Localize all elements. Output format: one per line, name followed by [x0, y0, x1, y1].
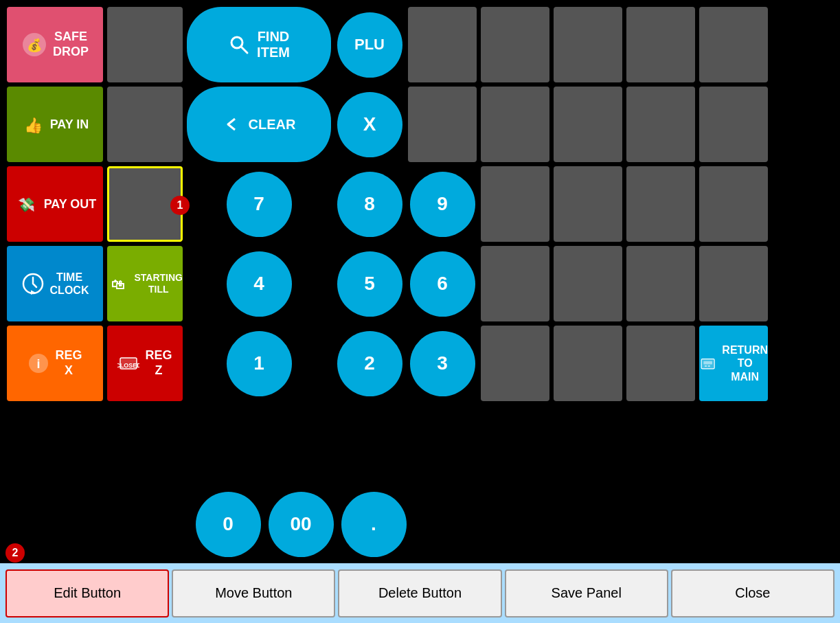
badge-2: 2 [5, 543, 25, 563]
empty-cell-r4c8 [626, 246, 695, 321]
num7-button[interactable]: 7 [227, 172, 292, 237]
starting-till-button[interactable]: 🛍 STARTING TILL [107, 246, 183, 321]
cash-hand-icon: 💸 [14, 192, 38, 216]
empty-cell-r1c5 [408, 7, 477, 82]
empty-cell-r2c5 [408, 87, 477, 162]
empty-cell-r1c9 [699, 7, 768, 82]
empty-cell-1-2 [107, 7, 183, 82]
empty-cell-2-2 [107, 87, 183, 162]
x-button[interactable]: X [337, 92, 402, 157]
find-item-button[interactable]: FIND ITEM [187, 7, 331, 82]
search-icon [228, 34, 250, 56]
num8-wrap: 8 [335, 166, 404, 242]
badge-1: 1 [170, 196, 190, 215]
register-icon [699, 352, 716, 374]
pay-in-button[interactable]: 👍 PAY IN [7, 87, 103, 162]
delete-button-toolbar[interactable]: Delete Button [338, 569, 501, 618]
num9-wrap: 9 [408, 166, 477, 242]
move-button-toolbar[interactable]: Move Button [172, 569, 335, 618]
svg-text:💰: 💰 [27, 38, 43, 53]
num8-button[interactable]: 8 [337, 172, 402, 237]
svg-text:▶: ▶ [31, 289, 36, 295]
num6-button[interactable]: 6 [410, 251, 475, 317]
num2-button[interactable]: 2 [337, 331, 402, 396]
plu-wrap: PLU [335, 7, 404, 82]
num7-wrap: 7 [187, 166, 331, 242]
num3-button[interactable]: 3 [410, 331, 475, 396]
return-to-main-button[interactable]: RETURN TO MAIN [699, 326, 768, 401]
num1-button[interactable]: 1 [227, 331, 292, 396]
svg-text:💸: 💸 [17, 196, 34, 213]
svg-text:CLOSED: CLOSED [117, 362, 139, 369]
empty-cell-r2c7 [554, 87, 622, 162]
main-panel: 💰 SAFE DROP FIND ITEM PLU 👍 PAY IN CL [0, 0, 840, 408]
plu-button[interactable]: PLU [337, 12, 402, 78]
empty-cell-r1c6 [481, 7, 549, 82]
x-wrap: X [335, 87, 404, 162]
empty-cell-r1c7 [554, 7, 622, 82]
empty-cell-r1c8 [626, 7, 695, 82]
save-panel-toolbar[interactable]: Save Panel [505, 569, 668, 618]
empty-cell-r5c7 [554, 326, 622, 401]
thumb-up-icon: 👍 [21, 113, 45, 136]
bag-icon: 🛍 [107, 273, 128, 295]
num6-wrap: 6 [408, 246, 477, 321]
num-dot-wrap: . [339, 490, 408, 558]
empty-cell-r2c8 [626, 87, 695, 162]
empty-cell-r3c7 [554, 166, 622, 242]
num0-wrap: 0 [194, 490, 262, 558]
empty-cell-r2c9 [699, 87, 768, 162]
empty-cell-r3c6 [481, 166, 549, 242]
clock-icon: ▶ [21, 272, 45, 295]
empty-cell-r5c6 [481, 326, 549, 401]
svg-text:👍: 👍 [23, 116, 43, 135]
edit-button-toolbar[interactable]: Edit Button [5, 569, 169, 618]
empty-cell-r3c8 [626, 166, 695, 242]
clear-button[interactable]: CLEAR [187, 87, 331, 162]
back-arrow-icon [223, 115, 242, 134]
svg-text:🛍: 🛍 [111, 277, 125, 292]
num4-wrap: 4 [187, 246, 331, 321]
empty-cell-r4c6 [481, 246, 549, 321]
piggy-icon: 💰 [21, 32, 47, 58]
num1-wrap: 1 [187, 326, 331, 401]
close-toolbar[interactable]: Close [671, 569, 835, 618]
num5-wrap: 5 [335, 246, 404, 321]
empty-cell-r4c9 [699, 246, 768, 321]
closed-sign-icon: CLOSED [117, 352, 139, 374]
empty-cell-r3c9 [699, 166, 768, 242]
num0-button[interactable]: 0 [196, 492, 261, 557]
num5-button[interactable]: 5 [337, 251, 402, 317]
info-icon: i [27, 352, 49, 374]
empty-cell-r2c6 [481, 87, 549, 162]
time-clock-button[interactable]: ▶ TIME CLOCK [7, 246, 103, 321]
svg-text:i: i [37, 357, 41, 371]
num3-wrap: 3 [408, 326, 477, 401]
num2-wrap: 2 [335, 326, 404, 401]
pay-out-button[interactable]: 💸 PAY OUT [7, 166, 103, 242]
safe-drop-button[interactable]: 💰 SAFE DROP [7, 7, 103, 82]
num-dot-button[interactable]: . [341, 492, 407, 557]
num9-button[interactable]: 9 [410, 172, 475, 237]
empty-cell-r5c8 [626, 326, 695, 401]
num00-button[interactable]: 00 [269, 492, 334, 557]
svg-line-3 [241, 47, 247, 53]
num4-button[interactable]: 4 [227, 251, 292, 317]
reg-z-button[interactable]: CLOSED REG Z [107, 326, 183, 401]
reg-x-button[interactable]: i REG X [7, 326, 103, 401]
bottom-toolbar: Edit Button Move Button Delete Button Sa… [0, 563, 840, 623]
num00-wrap: 00 [266, 490, 335, 558]
svg-rect-14 [703, 361, 712, 365]
empty-cell-r4c7 [554, 246, 622, 321]
